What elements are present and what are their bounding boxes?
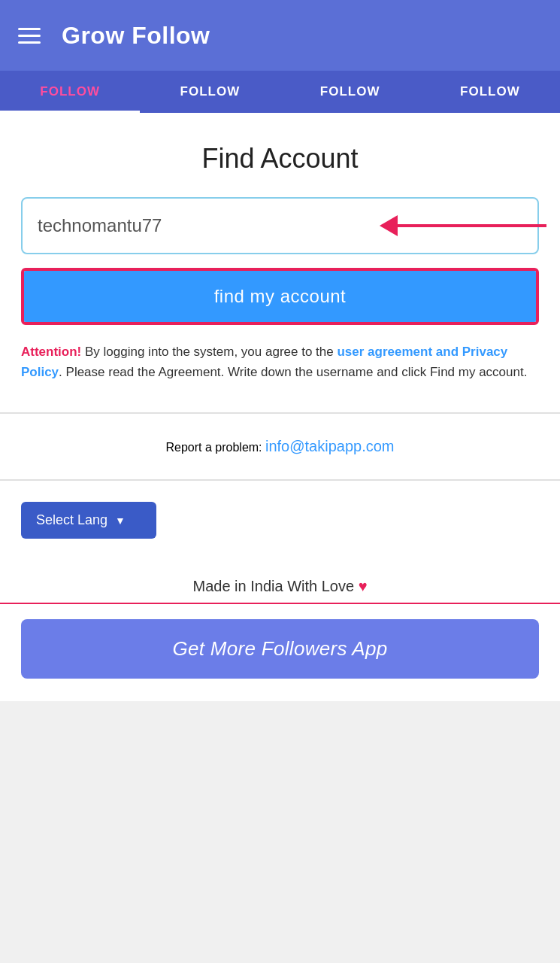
tab-follow-3[interactable]: FOLLOW bbox=[280, 71, 420, 113]
tab-label-4: FOLLOW bbox=[460, 84, 520, 99]
main-content: Find Account find my account Attention! … bbox=[0, 113, 560, 412]
find-account-button[interactable]: find my account bbox=[24, 271, 536, 322]
info-text-after-link: . Please read the Agreement. Write down … bbox=[59, 365, 527, 379]
tab-follow-2[interactable]: FOLLOW bbox=[140, 71, 280, 113]
get-more-followers-button[interactable]: Get More Followers App bbox=[21, 619, 539, 679]
app-title: Grow Follow bbox=[62, 22, 210, 50]
language-section: Select Lang ▼ bbox=[0, 481, 560, 560]
username-input[interactable] bbox=[21, 197, 539, 254]
tab-follow-1[interactable]: FOLLOW bbox=[0, 71, 140, 113]
tab-label-2: FOLLOW bbox=[180, 84, 241, 99]
tab-bar: FOLLOW FOLLOW FOLLOW FOLLOW bbox=[0, 71, 560, 113]
made-in-india-section: Made in India With Love ♥ bbox=[0, 560, 560, 604]
language-select-label: Select Lang bbox=[36, 512, 107, 528]
info-text: Attention! By logging into the system, y… bbox=[21, 342, 539, 382]
hamburger-menu-button[interactable] bbox=[18, 28, 41, 44]
made-in-india-label: Made in India With Love bbox=[193, 578, 355, 594]
find-button-wrapper: find my account bbox=[21, 268, 539, 325]
tab-label-1: FOLLOW bbox=[40, 84, 100, 99]
tab-label-3: FOLLOW bbox=[320, 84, 380, 99]
username-input-wrapper bbox=[21, 197, 539, 254]
chevron-down-icon: ▼ bbox=[115, 515, 126, 527]
report-label: Report a problem: bbox=[165, 441, 262, 454]
language-select-button[interactable]: Select Lang ▼ bbox=[21, 502, 156, 539]
heart-icon: ♥ bbox=[359, 578, 368, 594]
get-more-section: Get More Followers App bbox=[0, 604, 560, 701]
tab-follow-4[interactable]: FOLLOW bbox=[420, 71, 560, 113]
report-email-link[interactable]: info@takipapp.com bbox=[265, 438, 395, 454]
info-text-before-link: By logging into the system, you agree to… bbox=[81, 345, 337, 359]
find-account-title: Find Account bbox=[21, 143, 539, 175]
made-in-india-text: Made in India With Love ♥ bbox=[193, 578, 368, 594]
attention-label: Attention! bbox=[21, 345, 81, 359]
report-section: Report a problem: info@takipapp.com bbox=[0, 414, 560, 479]
app-header: Grow Follow bbox=[0, 0, 560, 71]
